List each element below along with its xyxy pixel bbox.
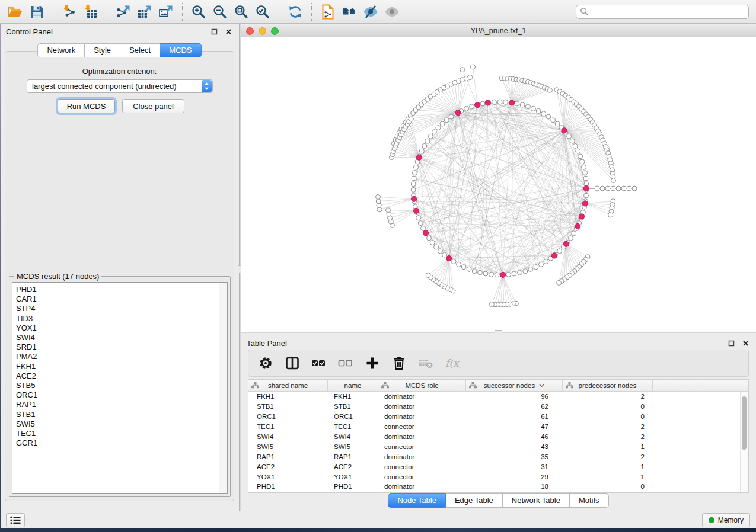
mcds-result-item[interactable]: ACE2 [12, 371, 227, 381]
mcds-result-item[interactable]: RAP1 [12, 400, 227, 409]
table-toolbar: f(x) [248, 350, 749, 377]
status-bar: Memory [0, 511, 756, 528]
minimize-window-icon[interactable] [259, 27, 266, 35]
zoom-in-button[interactable] [189, 2, 209, 21]
network-graph[interactable] [241, 37, 756, 332]
export-table-icon [137, 4, 152, 20]
mcds-result-item[interactable]: SWI5 [12, 419, 227, 429]
table-row[interactable]: ORC1ORC1dominator610 [248, 412, 748, 422]
tab-node-table[interactable]: Node Table [388, 493, 446, 508]
export-image-button[interactable] [156, 2, 176, 21]
deselect-all-button[interactable] [338, 355, 353, 371]
column-header-successor-nodes[interactable]: successor nodes [466, 380, 563, 391]
zoom-out-button[interactable] [210, 2, 230, 21]
save-button[interactable] [27, 2, 47, 21]
mcds-result-list[interactable]: PHD1CAR1STP4TID3YOX1SWI4SRD1PMA2FKH1ACE2… [12, 282, 228, 494]
settings-button[interactable] [258, 355, 273, 371]
table-row[interactable]: ACE2ACE2connector311 [248, 462, 748, 472]
table-row[interactable]: YOX1YOX1connector291 [248, 472, 748, 482]
hide-selected-button[interactable] [361, 2, 381, 21]
close-panel-icon[interactable] [224, 27, 233, 36]
table-row[interactable]: SWI5SWI5connector431 [248, 441, 748, 451]
tab-network[interactable]: Network [37, 43, 85, 57]
refresh-button[interactable] [285, 2, 305, 21]
mcds-result-item[interactable]: TEC1 [12, 429, 227, 438]
status-menu-button[interactable] [6, 513, 25, 527]
mcds-result-item[interactable]: GCR1 [12, 438, 227, 448]
column-header-shared-name[interactable]: shared name [248, 380, 328, 391]
close-table-panel-icon[interactable] [741, 338, 750, 348]
export-table-button[interactable] [135, 2, 155, 21]
network-file-button[interactable] [318, 2, 338, 21]
toolbar-separator [311, 3, 312, 21]
close-window-icon[interactable] [246, 27, 254, 35]
mcds-result-item[interactable]: CAR1 [12, 294, 227, 304]
table-row[interactable]: STB1STB1dominator620 [248, 402, 748, 412]
show-all-button[interactable] [382, 2, 402, 21]
search-input[interactable] [576, 5, 749, 19]
tab-select[interactable]: Select [120, 43, 160, 57]
first-neighbors-button[interactable] [339, 2, 359, 21]
table-cell: RAP1 [328, 453, 378, 460]
float-panel-icon[interactable] [209, 27, 219, 36]
column-label: MCDS role [405, 382, 438, 389]
table-row[interactable]: TEC1TEC1connector472 [248, 422, 748, 432]
mcds-result-item[interactable]: PHD1 [12, 285, 227, 294]
table-row[interactable]: SWI4SWI4dominator462 [248, 432, 748, 442]
column-header-name[interactable]: name [328, 380, 378, 391]
table-cell: 18 [466, 483, 563, 490]
table-cell: 46 [466, 433, 563, 440]
table-cell: 43 [466, 443, 563, 450]
columns-button[interactable] [285, 355, 300, 371]
maximize-window-icon[interactable] [271, 27, 279, 35]
search-box [576, 5, 749, 19]
zoom-fit-button[interactable] [231, 2, 251, 21]
table-row[interactable]: FKH1FKH1dominator962 [248, 392, 748, 402]
mcds-result-item[interactable]: PMA2 [12, 352, 227, 361]
tab-style[interactable]: Style [85, 43, 120, 57]
table-cell: STB1 [248, 403, 328, 410]
network-canvas[interactable] [241, 37, 756, 332]
mcds-result-item[interactable]: STP4 [12, 304, 227, 313]
table-row[interactable]: RAP1RAP1dominator352 [248, 451, 748, 462]
tab-mcds[interactable]: MCDS [160, 43, 201, 57]
open-button[interactable] [5, 2, 25, 21]
mcds-result-item[interactable]: STB5 [12, 381, 227, 390]
export-network-button[interactable] [113, 2, 133, 21]
float-table-panel-icon[interactable] [726, 338, 736, 348]
run-mcds-button[interactable]: Run MCDS [58, 99, 115, 113]
shared-column-icon [469, 382, 477, 389]
tab-network-table[interactable]: Network Table [503, 493, 570, 508]
mcds-result-item[interactable]: FKH1 [12, 362, 227, 371]
zoom-selected-button[interactable] [253, 2, 273, 21]
column-header-MCDS-role[interactable]: MCDS role [378, 380, 466, 391]
network-view-titlebar[interactable]: YPA_prune.txt_1 [241, 25, 756, 37]
import-table-button[interactable] [81, 2, 101, 21]
mcds-result-item[interactable]: SWI4 [12, 333, 227, 342]
close-panel-button[interactable]: Close panel [122, 99, 184, 113]
mcds-result-item[interactable]: YOX1 [12, 323, 227, 333]
mcds-list-scrollbar[interactable] [219, 283, 227, 493]
tab-motifs[interactable]: Motifs [570, 493, 609, 508]
cytoscape-window: Control Panel NetworkStyleSelectMCDS Opt… [0, 0, 756, 532]
memory-button[interactable]: Memory [702, 513, 750, 527]
table-cell: FKH1 [248, 393, 328, 400]
table-cell: 1 [563, 463, 653, 470]
select-all-button[interactable] [311, 355, 327, 371]
add-column-button[interactable] [365, 355, 380, 371]
mcds-result-item[interactable]: ORC1 [12, 390, 227, 400]
table-scrollbar[interactable] [740, 392, 748, 492]
table-cell: ORC1 [248, 413, 328, 420]
mcds-result-item[interactable]: SRD1 [12, 342, 227, 352]
mcds-result-item[interactable]: STB1 [12, 410, 227, 419]
table-scrollbar-thumb[interactable] [742, 396, 747, 450]
import-network-button[interactable] [59, 2, 79, 21]
delete-column-button[interactable] [391, 355, 407, 371]
optimization-criterion-select[interactable]: largest connected component (undirected) [27, 79, 213, 93]
table-cell: 2 [563, 453, 653, 460]
table-cell: TEC1 [328, 423, 378, 430]
mcds-result-item[interactable]: TID3 [12, 314, 227, 323]
tab-edge-table[interactable]: Edge Table [446, 493, 503, 508]
column-header-predecessor-nodes[interactable]: predecessor nodes [563, 380, 653, 391]
table-row[interactable]: PHD1PHD1dominator180 [248, 482, 748, 492]
